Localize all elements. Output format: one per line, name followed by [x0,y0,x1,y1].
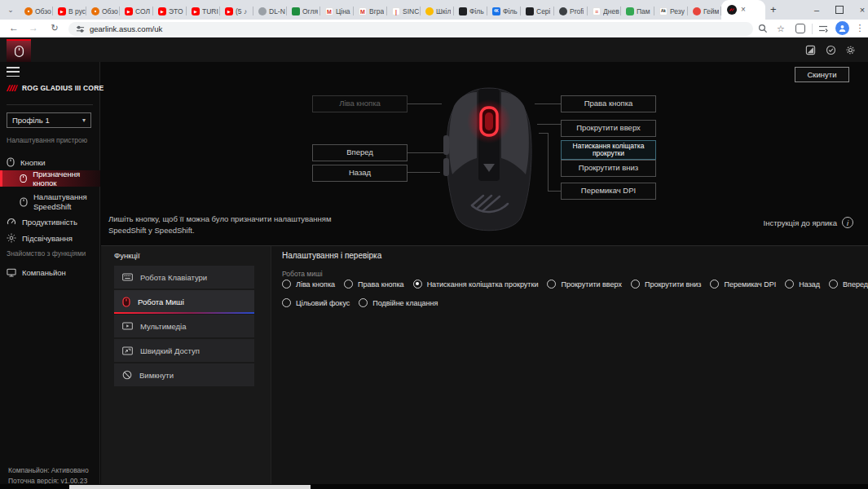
window-minimize-button[interactable]: – [805,0,828,20]
browser-tab[interactable]: ▶ TURI [187,3,220,20]
radio-option[interactable]: Прокрутити вверх [547,280,622,289]
reload-button[interactable]: ↻ [47,20,62,35]
tab-favicon [626,7,634,15]
squircle-icon [795,24,805,33]
browser-tab[interactable]: Profi [554,3,588,20]
settings-gear-icon[interactable] [844,44,857,56]
window-maximize-button[interactable] [828,0,851,20]
tab-favicon [258,7,267,15]
tab-favicon: Ak [659,7,668,15]
browser-tab-active[interactable]: × [721,0,765,20]
reset-button[interactable]: Скинути [795,67,849,82]
radio-option[interactable]: Прокрутити вниз [631,280,702,289]
toolbar-divider [812,24,813,34]
mouse-assign-button[interactable]: Назад [312,165,408,182]
tab-close-icon[interactable]: × [741,6,746,14]
sidebar-item-performance[interactable]: Продуктивність [0,214,100,230]
radio-circle [547,280,556,289]
tab-organizer-icon[interactable] [794,22,807,35]
function-item-multimedia[interactable]: Мультимедіа [114,315,254,337]
new-tab-button[interactable]: + [770,3,777,15]
back-button[interactable]: ← [7,20,21,35]
sidebar-item-buttons[interactable]: Кнопки [0,154,100,170]
radio-option[interactable]: Перемикач DPI [710,280,776,289]
tab-favicon: | [392,7,400,15]
browser-tab[interactable]: Філь [454,3,487,20]
extensions-icon[interactable] [817,22,830,35]
tab-favicon [425,7,434,15]
mouse-assign-button[interactable]: Вперед [312,144,408,161]
address-bar[interactable]: gearlink.asus.com/uk [68,22,753,36]
browser-tab[interactable]: Шкіл [421,3,454,20]
profile-avatar[interactable] [835,21,849,35]
disable-icon [122,370,132,380]
function-item-keyboard[interactable]: Робота Клавіатури [114,266,254,289]
browser-tab[interactable]: M Вгра [354,3,387,20]
browser-tab[interactable]: | SINC [387,3,421,20]
hamburger-menu-icon[interactable] [7,67,20,77]
function-item-quick-access[interactable]: Швидкий Доступ [114,339,254,362]
browser-tab[interactable]: Огля [287,3,320,20]
tab-title: СОЛ [135,7,150,15]
horizontal-scrollbar-thumb[interactable] [69,485,311,489]
sidebar-item-companion[interactable]: Компаньйон [0,264,100,280]
mouse-top-view-image [436,85,542,244]
browser-tab[interactable]: Гейм [688,3,721,20]
tab-title: Ціна [336,7,350,15]
browser-tab[interactable]: ▶ ЭТО [153,3,187,20]
browser-tab[interactable]: Ak Резу [654,3,688,20]
device-tab-mouse[interactable] [7,39,31,62]
function-item-mouse[interactable]: Робота Миші [114,290,254,313]
browser-menu-icon[interactable]: ⋮ [855,21,865,35]
tab-search-icon[interactable]: ⌄ [5,4,16,15]
mouse-assign-button[interactable]: Перемикач DPI [561,183,656,200]
browser-tab[interactable]: Сері [521,3,554,20]
function-item-disable[interactable]: Вимкнути [114,363,254,386]
mouse-assign-button[interactable]: Права кнопка [561,95,656,112]
tab-favicon: ≡ [593,7,601,15]
radio-circle [282,280,291,289]
browser-tab[interactable]: ▶ (5 ♪ [220,3,253,20]
device-name-text: ROG GLADIUS III CORE [22,84,104,92]
info-icon[interactable]: i [842,217,853,228]
shortcut-instruction-link[interactable]: Інструкція до ярлика i [764,217,853,228]
zoom-icon[interactable] [756,22,769,35]
mouse-assign-button[interactable]: Натискання коліщатка прокрутки [561,140,656,160]
radio-option[interactable]: Вперед [829,280,868,289]
sidebar-item-button-assignment[interactable]: Призначення кнопок [0,170,100,187]
radio-option[interactable]: Назад [785,280,820,289]
sidebar-item-lighting[interactable]: Підсвічування [0,230,100,246]
browser-tab[interactable]: DL-N [253,3,287,20]
profile-select[interactable]: Профіль 1 ▾ [7,112,91,128]
radio-option[interactable]: Цільовий фокус [282,298,350,307]
browser-tab[interactable]: 4K Філь [487,3,521,20]
radio-circle [710,280,719,289]
tab-favicon: M [359,7,367,15]
tab-favicon: ▶ [58,7,66,15]
browser-tab[interactable]: ≡ Днев [588,3,621,20]
sidebar-item-speedshift[interactable]: Налаштування SpeedShift [0,188,100,216]
forward-button[interactable]: → [26,20,41,35]
radio-option[interactable]: Права кнопка [344,280,404,289]
window-close-button[interactable]: × [851,0,868,20]
mouse-assign-button[interactable]: Ліва кнопка [312,95,408,112]
radio-option[interactable]: Натискання коліщатка прокрутки [413,280,539,289]
bookmark-star-icon[interactable]: ☆ [774,22,787,35]
display-mode-icon[interactable] [804,44,817,56]
browser-tab[interactable]: ▶ СОЛ [120,3,153,20]
browser-tab[interactable]: Обзо [20,3,53,20]
browser-tab-strip: ⌄ Обзо ▶ В рус Обзо ▶ СОЛ ▶ ЭТО ▶ TURI [0,0,868,20]
radio-option[interactable]: Подвійне клацання [359,298,438,307]
browser-tab[interactable]: Пам [621,3,654,20]
update-check-icon[interactable] [825,44,837,56]
mouse-assign-button[interactable]: Прокрутити вниз [561,160,656,177]
browser-tab[interactable]: ▶ В рус [53,3,86,20]
mouse-assign-button[interactable]: Прокрутити вверх [561,120,656,137]
browser-tab[interactable]: Обзо [86,3,120,20]
functions-title: Функції [114,251,140,260]
device-name: ROG GLADIUS III CORE [7,84,104,92]
monitor-icon [7,268,16,277]
radio-option[interactable]: Ліва кнопка [282,280,335,289]
browser-tab[interactable]: M Ціна [320,3,354,20]
site-info-icon[interactable] [76,24,85,33]
